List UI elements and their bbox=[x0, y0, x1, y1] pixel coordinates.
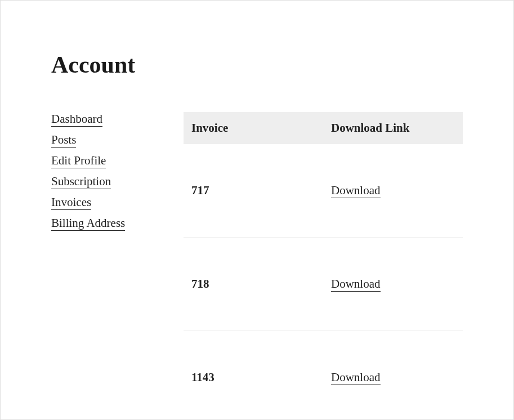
table-row: 1143 Download bbox=[184, 331, 463, 421]
sidebar-item-posts[interactable]: Posts bbox=[51, 133, 76, 148]
download-link[interactable]: Download bbox=[331, 184, 381, 198]
sidebar-item-edit-profile[interactable]: Edit Profile bbox=[51, 154, 106, 168]
invoice-number: 717 bbox=[184, 144, 323, 238]
sidebar-item-invoices[interactable]: Invoices bbox=[51, 195, 91, 210]
download-link[interactable]: Download bbox=[331, 370, 381, 385]
invoice-number: 1143 bbox=[184, 331, 323, 421]
table-header-download: Download Link bbox=[323, 112, 463, 144]
sidebar-item-subscription[interactable]: Subscription bbox=[51, 175, 111, 189]
account-sidebar: Dashboard Posts Edit Profile Subscriptio… bbox=[51, 112, 172, 420]
invoice-number: 718 bbox=[184, 238, 323, 331]
table-row: 717 Download bbox=[184, 144, 463, 238]
download-link[interactable]: Download bbox=[331, 277, 381, 292]
page-title: Account bbox=[51, 51, 463, 78]
table-row: 718 Download bbox=[184, 238, 463, 331]
account-layout: Dashboard Posts Edit Profile Subscriptio… bbox=[51, 112, 463, 420]
sidebar-item-dashboard[interactable]: Dashboard bbox=[51, 112, 102, 127]
invoices-table: Invoice Download Link 717 Download 718 D… bbox=[184, 112, 463, 420]
invoices-content: Invoice Download Link 717 Download 718 D… bbox=[184, 112, 463, 420]
sidebar-item-billing-address[interactable]: Billing Address bbox=[51, 216, 125, 231]
table-header-invoice: Invoice bbox=[184, 112, 323, 144]
